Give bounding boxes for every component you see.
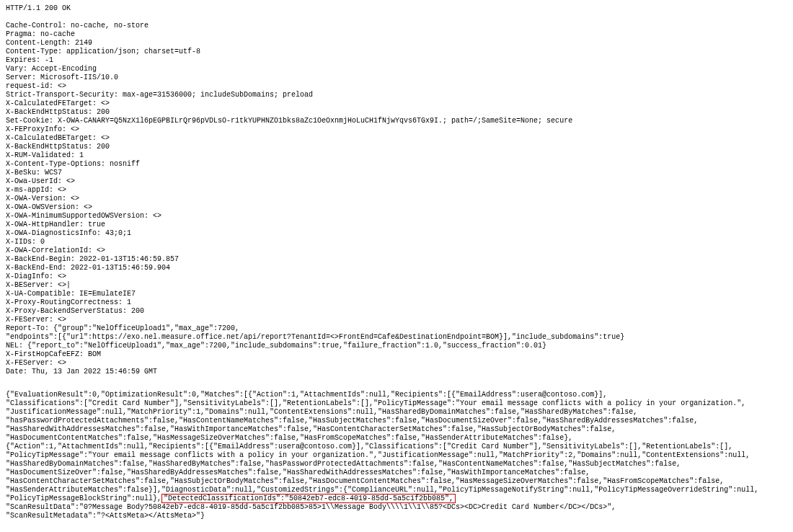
highlighted-detected-classification-ids: "DetectedClassificationIds":"50842eb7-ed… [161, 494, 456, 503]
json-body-part1: {"EvaluationResult":0,"OptimizationResul… [6, 391, 758, 502]
http-headers-block: Cache-Control: no-cache, no-store Pragma… [0, 17, 793, 381]
http-status-line: HTTP/1.1 200 OK [0, 0, 793, 17]
json-body-part2: "ScanResultData":"0?Message Body?50842eb… [6, 503, 616, 520]
http-body-json: {"EvaluationResult":0,"OptimizationResul… [0, 386, 793, 525]
